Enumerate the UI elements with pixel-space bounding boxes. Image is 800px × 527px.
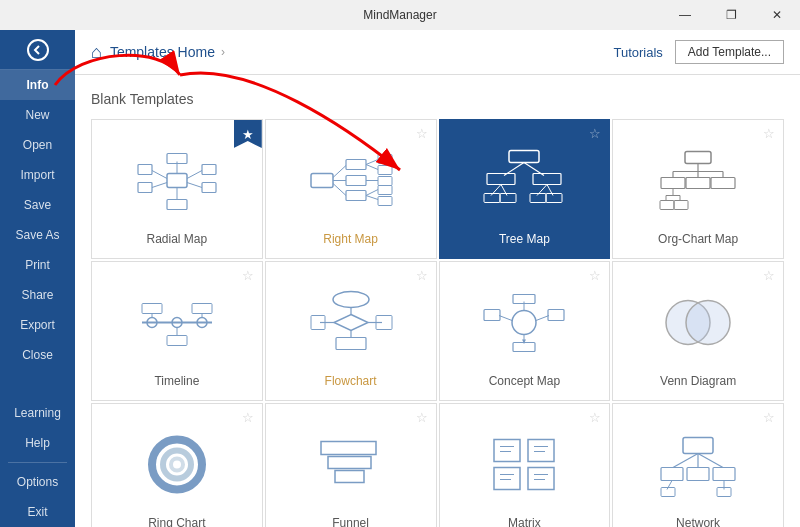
svg-rect-7: [202, 164, 216, 174]
sidebar-item-save-as[interactable]: Save As: [0, 220, 75, 250]
star-icon: ☆: [416, 126, 428, 141]
flowchart-icon: [278, 274, 424, 370]
sidebar-item-save[interactable]: Save: [0, 190, 75, 220]
svg-point-89: [686, 300, 730, 344]
sidebar-item-export[interactable]: Export: [0, 310, 75, 340]
svg-rect-43: [546, 193, 562, 202]
svg-rect-5: [138, 182, 152, 192]
ring-chart-icon: [104, 416, 250, 512]
app-title: MindManager: [363, 8, 436, 22]
svg-rect-63: [142, 303, 162, 313]
svg-rect-37: [500, 193, 516, 202]
tree-map-icon: [452, 132, 598, 228]
template-card-right-map[interactable]: ☆: [265, 119, 437, 259]
template-name-ring-chart: Ring Chart: [148, 516, 205, 527]
svg-rect-108: [683, 437, 713, 453]
svg-line-4: [152, 182, 167, 187]
template-card-org-chart[interactable]: ☆: [612, 119, 784, 259]
concept-map-icon: [452, 274, 598, 370]
home-icon: ⌂: [91, 42, 102, 63]
template-name-org-chart: Org-Chart Map: [658, 232, 738, 246]
template-name-matrix: Matrix: [508, 516, 541, 527]
network-icon: [625, 416, 771, 512]
star-icon: ☆: [242, 410, 254, 425]
sidebar-item-print[interactable]: Print: [0, 250, 75, 280]
svg-rect-18: [378, 154, 392, 163]
star-icon: ☆: [589, 268, 601, 283]
template-name-funnel: Funnel: [332, 516, 369, 527]
svg-line-79: [499, 315, 512, 320]
close-button[interactable]: ✕: [754, 0, 800, 30]
template-card-ring-chart[interactable]: ☆ Ring Chart: [91, 403, 263, 527]
svg-line-109: [673, 453, 698, 467]
svg-line-115: [667, 480, 672, 489]
tutorials-link[interactable]: Tutorials: [613, 45, 662, 60]
restore-button[interactable]: ❐: [708, 0, 754, 30]
template-card-timeline[interactable]: ☆: [91, 261, 263, 401]
template-card-funnel[interactable]: ☆ Funnel: [265, 403, 437, 527]
svg-rect-99: [528, 467, 554, 489]
template-card-flowchart[interactable]: ☆: [265, 261, 437, 401]
sidebar-item-share[interactable]: Share: [0, 280, 75, 310]
sidebar-item-open[interactable]: Open: [0, 130, 75, 160]
sidebar-item-options[interactable]: Options: [0, 467, 75, 497]
svg-line-81: [536, 315, 549, 320]
svg-line-111: [698, 453, 723, 467]
svg-rect-82: [548, 309, 564, 320]
svg-rect-13: [167, 199, 187, 209]
template-card-radial-map[interactable]: ★: [91, 119, 263, 259]
add-template-button[interactable]: Add Template...: [675, 40, 784, 64]
star-icon: ☆: [589, 410, 601, 425]
svg-rect-3: [138, 164, 152, 174]
template-card-tree-map[interactable]: ☆: [439, 119, 611, 259]
svg-rect-20: [378, 165, 392, 174]
svg-point-69: [333, 291, 369, 307]
star-icon: ☆: [416, 268, 428, 283]
svg-rect-112: [661, 467, 683, 480]
svg-line-2: [152, 170, 167, 178]
svg-rect-98: [494, 467, 520, 489]
org-chart-icon: [625, 132, 771, 228]
star-icon: ☆: [589, 126, 601, 141]
svg-rect-114: [713, 467, 735, 480]
header-bar: ⌂ Templates Home › Tutorials Add Templat…: [75, 30, 800, 75]
svg-line-15: [333, 165, 346, 177]
sidebar-item-learning[interactable]: Learning: [0, 398, 75, 428]
breadcrumb-label[interactable]: Templates Home: [110, 44, 215, 60]
back-button[interactable]: [0, 30, 75, 70]
section-title: Blank Templates: [91, 91, 784, 107]
minimize-button[interactable]: —: [662, 0, 708, 30]
svg-line-29: [366, 195, 378, 199]
svg-rect-39: [533, 173, 561, 184]
sidebar-item-exit[interactable]: Exit: [0, 497, 75, 527]
svg-rect-86: [513, 342, 535, 351]
svg-rect-96: [494, 439, 520, 461]
sidebar-item-close[interactable]: Close: [0, 340, 75, 370]
sidebar: Info New Open Import Save Save As Print …: [0, 30, 75, 527]
template-name-network: Network: [676, 516, 720, 527]
sidebar-item-import[interactable]: Import: [0, 160, 75, 190]
star-icon: ☆: [763, 126, 775, 141]
template-card-concept-map[interactable]: ☆: [439, 261, 611, 401]
svg-rect-9: [202, 182, 216, 192]
svg-line-17: [366, 159, 378, 164]
svg-rect-28: [378, 185, 392, 194]
svg-rect-51: [686, 177, 710, 188]
sidebar-item-help[interactable]: Help: [0, 428, 75, 458]
svg-rect-16: [346, 159, 366, 169]
template-card-venn-diagram[interactable]: ☆ Venn Diagram: [612, 261, 784, 401]
sidebar-item-new[interactable]: New: [0, 100, 75, 130]
svg-line-8: [187, 182, 202, 187]
svg-line-25: [333, 183, 346, 195]
template-card-matrix[interactable]: ☆: [439, 403, 611, 527]
star-icon: ☆: [416, 410, 428, 425]
sidebar-item-info[interactable]: Info: [0, 70, 75, 100]
svg-rect-116: [661, 487, 675, 496]
venn-diagram-icon: [625, 274, 771, 370]
svg-rect-80: [484, 309, 500, 320]
content-area: ⌂ Templates Home › Tutorials Add Templat…: [75, 30, 800, 527]
breadcrumb-arrow-icon: ›: [221, 45, 225, 59]
funnel-icon: [278, 416, 424, 512]
template-card-network[interactable]: ☆: [612, 403, 784, 527]
template-name-flowchart: Flowchart: [325, 374, 377, 388]
